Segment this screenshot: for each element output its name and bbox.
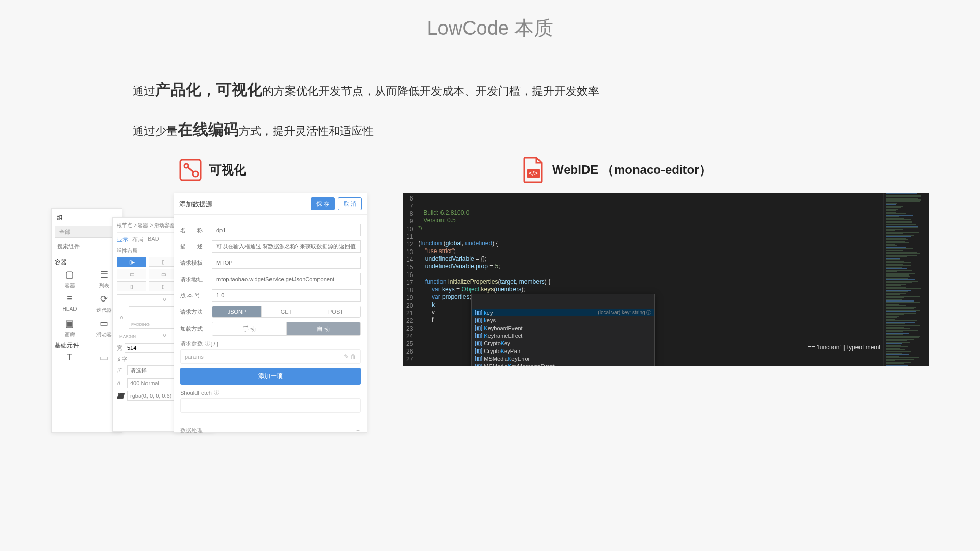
autocomplete-popup[interactable]: [◧]key(local var) key: string ⓘ[◧]keys[◧…: [471, 294, 655, 366]
expand-icon[interactable]: ＋: [355, 427, 361, 434]
suggestion-item[interactable]: [◧]MSMediaKeyError: [472, 355, 654, 362]
svg-text:</>: </>: [529, 170, 537, 177]
palette-search-input[interactable]: [55, 241, 119, 252]
palette-item[interactable]: ▣画廊: [55, 318, 85, 338]
palette-filter-select[interactable]: 全部: [55, 226, 119, 238]
modal-title: 添加数据源: [179, 199, 212, 209]
suggestion-item[interactable]: [◧]CryptoKeyPair: [472, 347, 654, 355]
subtitle-1: 通过产品化，可视化的方案优化开发节点，从而降低开发成本、开发门槛，提升开发效率: [133, 78, 929, 102]
palette-item[interactable]: T: [55, 352, 85, 365]
component-palette: 组 全部 容器 ▢容器☰列表≡HEAD⟳迭代器▣画廊▭滑动容 基础元件 T▭: [51, 208, 122, 433]
code-tail: == 'function' || typeof meml: [808, 344, 880, 351]
right-section-label: WebIDE （monaco-editor）: [552, 162, 712, 178]
svg-line-3: [188, 167, 193, 172]
ds-version-input[interactable]: [212, 289, 361, 302]
save-button[interactable]: 保 存: [311, 197, 335, 210]
request-method-segment[interactable]: JSONP GET POST: [212, 306, 361, 318]
left-section-label: 可视化: [209, 162, 246, 178]
suggestion-item[interactable]: [◧]key(local var) key: string ⓘ: [472, 309, 654, 316]
ds-template-input[interactable]: [212, 257, 361, 269]
suggestion-item[interactable]: [◧]keys: [472, 316, 654, 324]
suggestion-item[interactable]: [◧]MSMediaKeyMessageEvent: [472, 362, 654, 366]
ds-url-input[interactable]: [212, 273, 361, 285]
subtitle-2: 通过少量在线编码方式，提升灵活性和适应性: [133, 117, 929, 142]
datasource-modal: 添加数据源 保 存 取 消 名 称 描 述 请求模板 请求地址 版 本 号 请求…: [174, 193, 368, 433]
ds-desc-input[interactable]: [212, 240, 361, 253]
cancel-button[interactable]: 取 消: [338, 197, 362, 210]
svg-point-2: [193, 171, 198, 177]
ds-name-input[interactable]: [212, 224, 361, 236]
suggestion-item[interactable]: [◧]KeyboardEvent: [472, 324, 654, 332]
code-file-icon: </>: [521, 157, 546, 183]
palette-item[interactable]: ≡HEAD: [55, 293, 85, 314]
svg-point-1: [184, 164, 188, 168]
param-chip[interactable]: params✎ 🗑: [180, 349, 361, 364]
minimap[interactable]: [883, 193, 929, 366]
add-param-button[interactable]: 添加一项: [180, 368, 361, 385]
suggestion-item[interactable]: [◧]CryptoKey: [472, 339, 654, 347]
suggestion-item[interactable]: [◧]KeyframeEffect: [472, 332, 654, 339]
code-editor[interactable]: 6789101112131415161718192021222324252627…: [403, 193, 929, 366]
palette-item[interactable]: ▢容器: [55, 269, 85, 289]
shouldfetch-input[interactable]: [180, 398, 361, 413]
page-title: LowCode 本质: [51, 15, 929, 57]
flowchart-icon: [178, 157, 203, 183]
load-mode-segment[interactable]: 手 动 自 动: [212, 322, 361, 336]
